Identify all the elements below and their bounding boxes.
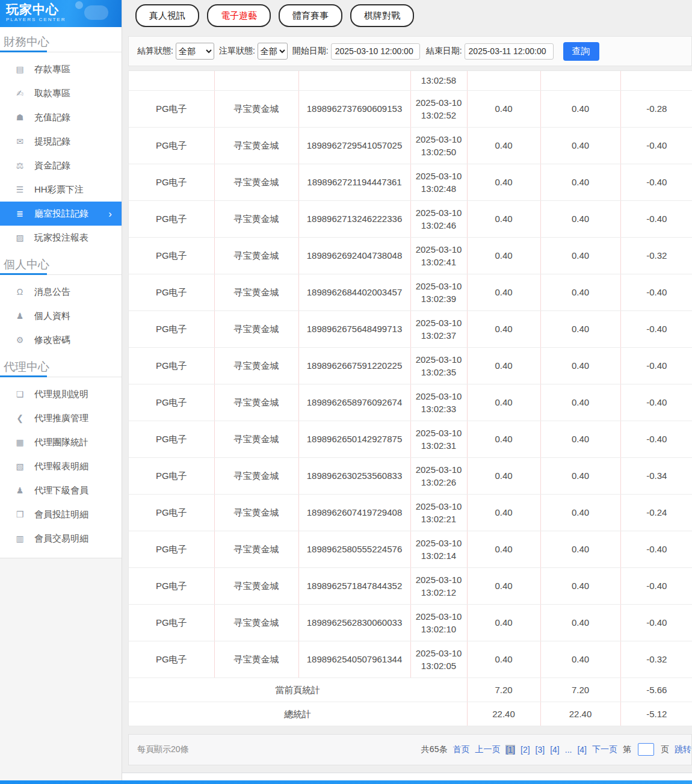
cell-net-amount: -0.40 <box>620 384 692 421</box>
sidebar-item[interactable]: ♟代理下級會員 <box>0 478 122 502</box>
sidebar-item-label: 資金記錄 <box>34 160 70 171</box>
page-link-current[interactable]: [1] <box>505 745 515 755</box>
next-page-link[interactable]: 下一页 <box>592 744 617 755</box>
cell-empty <box>214 71 298 90</box>
page-link[interactable]: [2] <box>521 745 530 755</box>
start-date-input[interactable] <box>331 43 420 60</box>
sidebar-item-label: 取款專區 <box>34 88 70 99</box>
table-row: PG电子寻宝黄金城18989627132462223362025-03-1013… <box>129 200 692 237</box>
sidebar-item[interactable]: ❒會員投註明細 <box>0 502 122 526</box>
section-title: 財務中心 <box>0 27 122 50</box>
cell-provider: PG电子 <box>129 200 214 237</box>
sidebar-item[interactable]: ▤存款專區 <box>0 57 122 81</box>
end-date-input[interactable] <box>465 43 554 60</box>
logo-subtitle: PLAYERS CENTER <box>6 17 122 22</box>
page-link[interactable]: [3] <box>536 745 545 755</box>
bet-records-table: 13:02:58PG电子寻宝黄金城18989627376906091532025… <box>129 71 692 726</box>
sidebar-item-label: 玩家投注報表 <box>34 232 88 244</box>
cell-net-amount: -0.40 <box>620 164 692 200</box>
cell-provider: PG电子 <box>129 237 214 274</box>
cell-bet-amount: 0.40 <box>467 531 540 567</box>
cell-game: 寻宝黄金城 <box>214 531 298 567</box>
jump-page-input[interactable] <box>638 743 654 756</box>
page-summary-net: -5.66 <box>620 678 692 702</box>
agent-rules-icon: ❏ <box>14 389 25 399</box>
cell-provider: PG电子 <box>129 384 214 421</box>
cell-valid-amount: 0.40 <box>540 274 620 310</box>
tab-棋牌對戰[interactable]: 棋牌對戰 <box>350 4 414 27</box>
sidebar-item[interactable]: ⚖資金記錄 <box>0 153 122 177</box>
cell-empty <box>540 71 620 90</box>
cell-game: 寻宝黄金城 <box>214 641 298 678</box>
user-icon: ♟ <box>14 311 25 321</box>
table-row: PG电子寻宝黄金城18989626924047380482025-03-1013… <box>129 237 692 274</box>
table-row: PG电子寻宝黄金城18989626501429278752025-03-1013… <box>129 421 692 457</box>
sidebar-item[interactable]: ♟個人資料 <box>0 304 122 328</box>
cell-datetime: 2025-03-1013:02:10 <box>410 604 467 641</box>
tab-體育賽事[interactable]: 體育賽事 <box>279 4 342 27</box>
sidebar-item-label: 修改密碼 <box>34 335 70 346</box>
lottery-bet-icon: ☰ <box>14 185 25 194</box>
table-row: PG电子寻宝黄金城18989625405079613442025-03-1013… <box>129 641 692 678</box>
prev-page-link[interactable]: 上一页 <box>475 744 500 755</box>
cell-datetime: 2025-03-1013:02:46 <box>410 200 467 237</box>
table-row: PG电子寻宝黄金城18989626589760926742025-03-1013… <box>129 384 692 421</box>
filter-panel: 結算狀態: 全部 注單狀態: 全部 開始日期: 結束日期: 查詢 <box>128 36 692 66</box>
page-link[interactable]: [4] <box>577 745 587 755</box>
sidebar-item[interactable]: ▦代理團隊統計 <box>0 430 122 454</box>
cell-game: 寻宝黄金城 <box>214 237 298 274</box>
sidebar-item[interactable]: ▧代理報表明細 <box>0 454 122 478</box>
tab-電子遊藝[interactable]: 電子遊藝 <box>207 4 271 27</box>
cell-bet-amount: 0.40 <box>467 641 540 678</box>
cell-net-amount: -0.40 <box>620 421 692 457</box>
sidebar-item[interactable]: Ω消息公告 <box>0 280 122 304</box>
jump-button[interactable]: 跳转 <box>675 744 691 755</box>
sidebar-item-label: 廳室投註記錄 <box>34 208 88 220</box>
first-page-link[interactable]: 首页 <box>453 744 469 755</box>
page-summary-row: 當前頁統計 7.20 7.20 -5.66 <box>129 678 692 702</box>
search-button[interactable]: 查詢 <box>563 42 599 61</box>
total-count-text: 共65条 <box>421 744 448 755</box>
settle-status-select[interactable]: 全部 <box>176 43 214 60</box>
cell-bet-amount: 0.40 <box>467 567 540 604</box>
bet-records-table-panel: 13:02:58PG电子寻宝黄金城18989627376906091532025… <box>128 70 692 726</box>
cell-game: 寻宝黄金城 <box>214 310 298 347</box>
cell-order-id: 1898962684402003457 <box>298 274 410 310</box>
cell-order-id: 1898962630253560833 <box>298 457 410 494</box>
page-link[interactable]: [4] <box>550 745 560 755</box>
page-link[interactable]: ... <box>565 745 572 755</box>
cell-provider: PG电子 <box>129 90 214 127</box>
cell-bet-amount: 0.40 <box>467 200 540 237</box>
table-row: PG电子寻宝黄金城18989625805552245762025-03-1013… <box>129 531 692 567</box>
cell-bet-amount: 0.40 <box>467 90 540 127</box>
cell-game: 寻宝黄金城 <box>214 494 298 531</box>
sidebar-item[interactable]: ☗充值記錄 <box>0 105 122 129</box>
cell-game: 寻宝黄金城 <box>214 384 298 421</box>
cell-provider: PG电子 <box>129 127 214 164</box>
cell-valid-amount: 0.40 <box>540 567 620 604</box>
sidebar-item[interactable]: ▨玩家投注報表 <box>0 226 122 250</box>
cell-provider: PG电子 <box>129 274 214 310</box>
sidebar-item[interactable]: ≣廳室投註記錄› <box>0 202 122 226</box>
cell-order-id: 1898962562830060033 <box>298 604 410 641</box>
sidebar-item[interactable]: ✍取款專區 <box>0 81 122 105</box>
sidebar-sections: 財務中心▤存款專區✍取款專區☗充值記錄✉提現記錄⚖資金記錄☰HH彩票下注≣廳室投… <box>0 27 122 551</box>
order-status-select[interactable]: 全部 <box>258 43 288 60</box>
cell-datetime: 2025-03-1013:02:35 <box>410 347 467 384</box>
cell-order-id: 1898962607419729408 <box>298 494 410 531</box>
sidebar-item[interactable]: ❏代理規則說明 <box>0 382 122 406</box>
cell-order-id: 1898962729541057025 <box>298 127 410 164</box>
cell-valid-amount: 0.40 <box>540 127 620 164</box>
sidebar-item[interactable]: ⚙修改密碼 <box>0 328 122 352</box>
cell-time: 13:02:58 <box>410 71 467 90</box>
section-divider <box>0 50 122 52</box>
sidebar-item[interactable]: ✉提現記錄 <box>0 129 122 153</box>
agent-report-detail-icon: ▧ <box>14 461 25 471</box>
sidebar-item[interactable]: ▥會員交易明細 <box>0 526 122 551</box>
sidebar-item[interactable]: ❮代理推廣管理 <box>0 406 122 430</box>
sidebar-item[interactable]: ☰HH彩票下注 <box>0 177 122 202</box>
table-row: PG电子寻宝黄金城18989626302535608332025-03-1013… <box>129 457 692 494</box>
tab-真人視訊[interactable]: 真人視訊 <box>135 4 199 27</box>
cell-game: 寻宝黄金城 <box>214 200 298 237</box>
sidebar-item-label: 消息公告 <box>34 286 70 298</box>
